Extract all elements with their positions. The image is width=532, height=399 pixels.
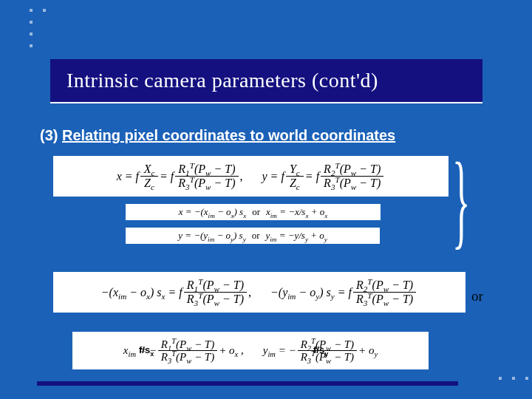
comma: , [240, 170, 243, 183]
frac-icon: Xc Zc [140, 163, 158, 189]
section-prefix: (3) [40, 127, 62, 143]
equation-pixel-y: y = −(yim − oy) sy or yim = −y/sy + oy [126, 228, 380, 244]
section-text: Relating pixel coordinates to world coor… [62, 127, 395, 143]
slide-title: Intrinsic camera parameters (cont'd) [66, 69, 378, 92]
eq-sign: = f [305, 170, 319, 183]
frac-icon: R1T(Pw − T) R3T(Pw − T) [184, 279, 247, 305]
equation-combined: −(xim − ox) sx = f R1T(Pw − T) R3T(Pw − … [53, 272, 466, 313]
frac-icon: Yc Zc [286, 163, 304, 189]
equation-projection: x = f Xc Zc = f R1T(Pw − T) R3T(Pw − T) … [53, 156, 449, 197]
frac-icon: R1T(Pw − T) R3T(Pw − T) [158, 338, 217, 364]
title-banner: Intrinsic camera parameters (cont'd) [50, 59, 482, 103]
frac-icon: R1T(Pw − T) R3T(Pw − T) [175, 163, 238, 189]
brace-icon: } [452, 155, 470, 244]
annotation-fsy: f/sy [313, 344, 328, 355]
frac-icon: R2T(Pw − T) R3T(Pw − T) [321, 163, 383, 189]
slide: Intrinsic camera parameters (cont'd) (3)… [0, 0, 532, 399]
or-label: or [471, 288, 483, 304]
equation-final: xim = − R1T(Pw − T) R3T(Pw − T) + ox , y… [72, 332, 429, 369]
section-heading: (3) Relating pixel coordinates to world … [40, 127, 395, 144]
equation-pixel-x: x = −(xim − ox) sx or xim = −x/sx + ox [126, 204, 381, 220]
eq1-lhs-x: x = f [117, 170, 139, 183]
annotation-fsx: f/sx [139, 344, 154, 355]
eq1-lhs-y: y = f [262, 170, 284, 183]
eq-sign: = f [160, 170, 174, 183]
decor-bottom-bar [37, 381, 458, 386]
frac-icon: R2T(Pw − T) R3T(Pw − T) [353, 279, 416, 305]
